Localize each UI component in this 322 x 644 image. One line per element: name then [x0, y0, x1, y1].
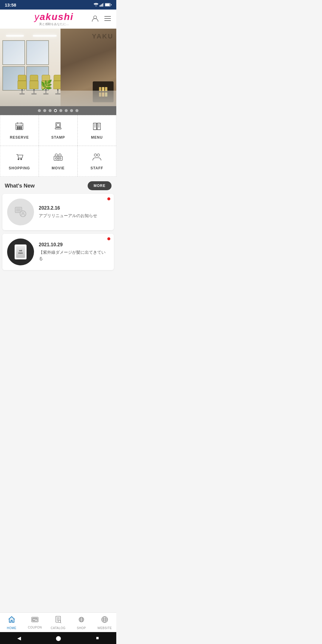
status-time: 13:58 — [5, 2, 16, 7]
svg-rect-23 — [55, 128, 61, 129]
header-icons — [91, 15, 112, 24]
news-card-2[interactable]: milmon 2021.10.29 【紫外線ダメージが髪に出てきている — [2, 234, 114, 270]
menu-item-stamp[interactable]: STAMP — [39, 115, 78, 146]
battery-icon — [105, 3, 112, 7]
staff-icon — [92, 152, 102, 164]
brand-logo: yakushi 美と感動をあなたに… — [34, 12, 73, 26]
svg-rect-3 — [103, 3, 104, 7]
svg-point-41 — [59, 157, 61, 159]
slider-dots — [0, 106, 116, 115]
wifi-icon — [94, 3, 98, 7]
news-content-1: 2023.2.16 アプリリニューアルのお知らせ — [39, 205, 109, 219]
dot-8[interactable] — [75, 109, 78, 112]
svg-rect-1 — [101, 4, 102, 7]
brand-name: yakushi — [34, 12, 73, 21]
menu-item-movie[interactable]: MOVIE — [39, 146, 78, 177]
dot-3[interactable] — [49, 109, 52, 112]
profile-icon[interactable] — [91, 15, 99, 24]
news-card-1[interactable]: 2023.2.16 アプリリニューアルのお知らせ — [2, 194, 114, 230]
content-area: What's New MORE 2023.2.16 アプリリニューアルのお知らせ… — [0, 177, 116, 304]
svg-rect-22 — [57, 123, 60, 126]
svg-point-43 — [94, 154, 97, 156]
svg-rect-16 — [19, 126, 20, 128]
svg-rect-46 — [16, 208, 21, 212]
menu-grid: RESERVE STAMP — [0, 115, 116, 177]
news-date-2: 2021.10.29 — [39, 242, 109, 247]
news-text-2: 【紫外線ダメージが髪に出てきている — [39, 249, 109, 262]
staff-label: STAFF — [91, 166, 103, 170]
reserve-icon — [15, 121, 24, 133]
movie-label: MOVIE — [52, 166, 65, 170]
stamp-label: STAMP — [51, 135, 65, 140]
news-thumbnail-1 — [7, 199, 34, 225]
shopping-icon — [15, 152, 24, 164]
svg-point-35 — [18, 159, 19, 160]
menu-item-staff[interactable]: STAFF — [78, 146, 116, 177]
dot-5[interactable] — [59, 109, 62, 112]
app-header: yakushi 美と感動をあなたに… — [0, 10, 116, 29]
menu-item-shopping[interactable]: SHOPPING — [0, 146, 39, 177]
svg-point-36 — [21, 159, 22, 160]
svg-rect-5 — [105, 4, 110, 6]
svg-point-40 — [55, 157, 57, 159]
news-content-2: 2021.10.29 【紫外線ダメージが髪に出てきている — [39, 242, 109, 262]
svg-rect-0 — [100, 5, 100, 7]
tagline: 美と感動をあなたに… — [39, 22, 69, 26]
news-date-1: 2023.2.16 — [39, 205, 109, 211]
dot-2[interactable] — [43, 109, 46, 112]
svg-point-38 — [59, 154, 61, 156]
dot-4[interactable] — [54, 109, 57, 112]
hero-slider[interactable]: YAKU 🌿 — [0, 29, 116, 106]
menu-label: MENU — [91, 135, 103, 140]
svg-point-44 — [97, 154, 100, 156]
svg-rect-15 — [17, 126, 18, 128]
menu-book-icon — [92, 121, 102, 133]
shopping-label: SHOPPING — [9, 166, 30, 170]
whats-new-title: What's New — [5, 183, 35, 189]
dot-6[interactable] — [65, 109, 68, 112]
news-unread-dot-2 — [107, 237, 110, 240]
movie-icon — [53, 152, 63, 164]
salon-image: YAKU 🌿 — [0, 29, 116, 106]
dot-1[interactable] — [38, 109, 41, 112]
svg-rect-2 — [102, 4, 103, 7]
news-unread-dot-1 — [107, 197, 110, 200]
svg-rect-6 — [111, 4, 112, 5]
svg-rect-20 — [21, 128, 22, 129]
dot-7[interactable] — [70, 109, 73, 112]
reserve-label: RESERVE — [10, 135, 29, 140]
status-icons — [94, 3, 112, 7]
news-placeholder-icon — [15, 207, 27, 217]
news-text-1: アプリリニューアルのお知らせ — [39, 213, 109, 219]
news-thumbnail-2: milmon — [7, 239, 34, 265]
whats-new-header: What's New MORE — [0, 177, 116, 194]
menu-item-menu[interactable]: MENU — [78, 115, 116, 146]
menu-icon[interactable] — [104, 15, 112, 24]
svg-point-37 — [55, 154, 58, 156]
more-button[interactable]: MORE — [88, 181, 112, 190]
status-bar: 13:58 — [0, 0, 116, 10]
stamp-icon — [53, 121, 63, 133]
menu-item-reserve[interactable]: RESERVE — [0, 115, 39, 146]
signal-icon — [100, 3, 104, 7]
svg-rect-17 — [21, 126, 22, 128]
svg-rect-19 — [19, 128, 20, 129]
svg-rect-18 — [17, 128, 18, 129]
